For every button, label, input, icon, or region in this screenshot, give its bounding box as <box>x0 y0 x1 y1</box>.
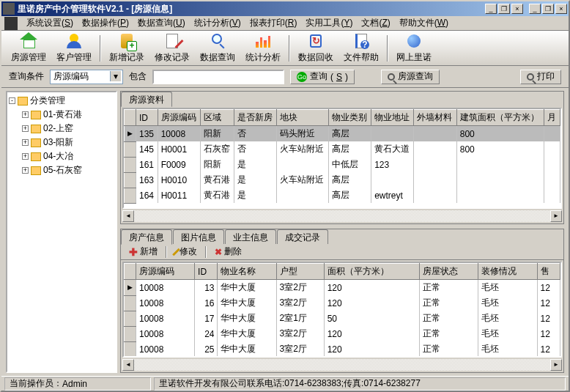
col-header[interactable]: ID <box>136 110 158 126</box>
cell: 10008 <box>136 341 195 357</box>
menu-实用工具[interactable]: 实用工具(Y) <box>301 15 357 31</box>
edit-icon <box>163 32 181 50</box>
table-row[interactable]: 1000817华中大厦2室1厅50正常毛坯12 <box>125 311 560 326</box>
restore-button[interactable]: ❐ <box>542 4 554 14</box>
menu-统计分析[interactable]: 统计分析(V) <box>190 15 245 31</box>
detail-tab[interactable]: 图片信息 <box>173 229 224 244</box>
listing-tab[interactable]: 房源资料 <box>121 92 172 107</box>
expand-icon[interactable]: + <box>22 125 29 132</box>
table-row[interactable]: 163H0010黄石港是火车站附近高层 <box>125 172 560 188</box>
tree-node[interactable]: +03-阳新 <box>22 136 114 149</box>
scroll-left-button[interactable]: ◄ <box>122 359 134 371</box>
go-icon: Go <box>297 72 307 82</box>
minimize-button[interactable]: _ <box>529 4 541 14</box>
scroll-track[interactable] <box>134 210 550 222</box>
detail-tab[interactable]: 成交记录 <box>277 229 328 244</box>
col-header[interactable]: 月 <box>544 110 560 126</box>
menu-报表打印[interactable]: 报表打印(R) <box>245 15 302 31</box>
scroll-left-button[interactable]: ◄ <box>122 210 134 222</box>
col-header[interactable]: 户型 <box>276 264 324 280</box>
cell: 120 <box>324 341 420 357</box>
delete-button[interactable]: ✖删除 <box>210 244 247 259</box>
col-header[interactable]: 面积（平方米） <box>324 264 420 280</box>
expand-icon[interactable]: + <box>22 153 29 160</box>
scroll-right-button[interactable]: ► <box>550 359 562 371</box>
print-button[interactable]: 打印 <box>520 70 561 84</box>
edit-button[interactable]: 修改 <box>170 244 202 259</box>
scroll-right-button[interactable]: ► <box>550 210 562 222</box>
expand-icon[interactable]: + <box>22 111 29 118</box>
menu-帮助文件[interactable]: 帮助文件(W) <box>395 15 453 31</box>
mdi-restore-button[interactable]: ❐ <box>498 4 510 14</box>
listing-h-scrollbar[interactable]: ◄ ► <box>122 210 562 222</box>
toolbar-globe-button[interactable]: 网上里诺 <box>391 30 437 66</box>
search-input[interactable] <box>152 70 284 84</box>
house-search-button[interactable]: 房源查询 <box>381 70 440 84</box>
table-row[interactable]: ▶1000813华中大厦3室2厅120正常毛坯12 <box>125 280 560 296</box>
tree-node[interactable]: +04-大冶 <box>22 149 114 163</box>
toolbar-book-button[interactable]: 文件帮助 <box>338 30 384 66</box>
col-header[interactable]: 建筑面积（平方米） <box>456 110 544 126</box>
scroll-track[interactable] <box>134 359 550 371</box>
toolbar-people-button[interactable]: 客户管理 <box>51 30 97 66</box>
col-header[interactable]: 售 <box>537 264 560 280</box>
search-field-combo[interactable]: 房源编码 <box>50 70 123 84</box>
col-header[interactable]: 房屋状态 <box>420 264 478 280</box>
cell <box>544 126 560 142</box>
tree-root-node[interactable]: - 分类管理 <box>9 94 114 108</box>
mdi-minimize-button[interactable]: _ <box>485 4 497 14</box>
main-area: - 分类管理 +01-黄石港+02-上窑+03-阳新+04-大冶+05-石灰窑 … <box>1 88 569 376</box>
add-button[interactable]: ✚新增 <box>124 244 163 259</box>
col-header[interactable]: 物业地址 <box>371 110 414 126</box>
mdi-close-button[interactable]: × <box>511 4 523 14</box>
col-header[interactable]: 地块 <box>277 110 329 126</box>
cell <box>414 126 456 142</box>
cell: 25 <box>195 341 218 357</box>
tree-node[interactable]: +01-黄石港 <box>22 108 114 122</box>
col-header[interactable]: 房源编码 <box>136 264 195 280</box>
toolbar-house-button[interactable]: 房源管理 <box>6 30 51 66</box>
cell: 是 <box>234 188 277 203</box>
col-header[interactable]: ID <box>195 264 218 280</box>
menu-系统设置[interactable]: 系统设置(S) <box>22 15 78 31</box>
detail-h-scrollbar[interactable]: ◄ ► <box>122 359 562 371</box>
toolbar-mag-button[interactable]: 数据查询 <box>195 30 240 66</box>
col-header[interactable]: 装修情况 <box>478 264 537 280</box>
menu-数据查询[interactable]: 数据查询(U) <box>133 15 190 31</box>
col-header[interactable]: 物业名称 <box>218 264 276 280</box>
toolbar-edit-button[interactable]: 修改记录 <box>149 30 195 66</box>
table-row[interactable]: 1000825华中大厦3室2厅120正常毛坯12 <box>125 341 560 357</box>
expand-icon[interactable]: + <box>22 167 29 174</box>
detail-grid[interactable]: 房源编码ID物业名称户型面积（平方米）房屋状态装修情况售▶1000813华中大厦… <box>122 262 562 358</box>
table-row[interactable]: 1000824华中大厦3室2厅120正常毛坯12 <box>125 326 560 341</box>
menu-数据操作[interactable]: 数据操作(P) <box>78 15 133 31</box>
menu-文档[interactable]: 文档(Z) <box>357 15 394 31</box>
table-row[interactable]: 164H0011黄石港是高层ewtreyt <box>125 188 560 203</box>
table-row[interactable]: 145H0001石灰窑否火车站附近高层黄石大道800 <box>125 141 560 157</box>
col-header[interactable]: 是否新房 <box>234 110 277 126</box>
tree-node[interactable]: +02-上窑 <box>22 122 114 136</box>
cell: 黄石港 <box>200 188 234 203</box>
table-row[interactable]: 1000816华中大厦3室2厅120正常毛坯12 <box>125 295 560 311</box>
collapse-icon[interactable]: - <box>9 97 15 104</box>
detail-tab[interactable]: 业主信息 <box>225 229 276 244</box>
cell: 13 <box>195 280 218 296</box>
expand-icon[interactable]: + <box>22 139 29 146</box>
close-button[interactable]: × <box>555 4 567 14</box>
tree-node[interactable]: +05-石灰窑 <box>22 163 114 177</box>
toolbar-separator <box>289 35 290 62</box>
detail-tab[interactable]: 房产信息 <box>121 229 172 245</box>
col-header[interactable]: 物业类别 <box>328 110 371 126</box>
window-controls: _ ❐ × <box>529 4 567 14</box>
col-header[interactable]: 区域 <box>200 110 234 126</box>
table-row[interactable]: 161F0009阳新是中低层123 <box>125 157 560 172</box>
col-header[interactable]: 外墙材料 <box>414 110 456 126</box>
folder-icon <box>18 97 28 106</box>
toolbar-chart-button[interactable]: 统计分析 <box>240 30 286 66</box>
listing-grid[interactable]: ID房源编码区域是否新房地块物业类别物业地址外墙材料建筑面积（平方米）月▶135… <box>122 108 562 209</box>
table-row[interactable]: ▶13510008阳新否码头附近高层800 <box>125 126 560 142</box>
col-header[interactable]: 房源编码 <box>158 110 200 126</box>
toolbar-recycle-button[interactable]: 数据回收 <box>293 30 338 66</box>
toolbar-db-button[interactable]: 新增记录 <box>104 30 149 66</box>
search-go-button[interactable]: Go 查询(S) <box>290 70 355 84</box>
